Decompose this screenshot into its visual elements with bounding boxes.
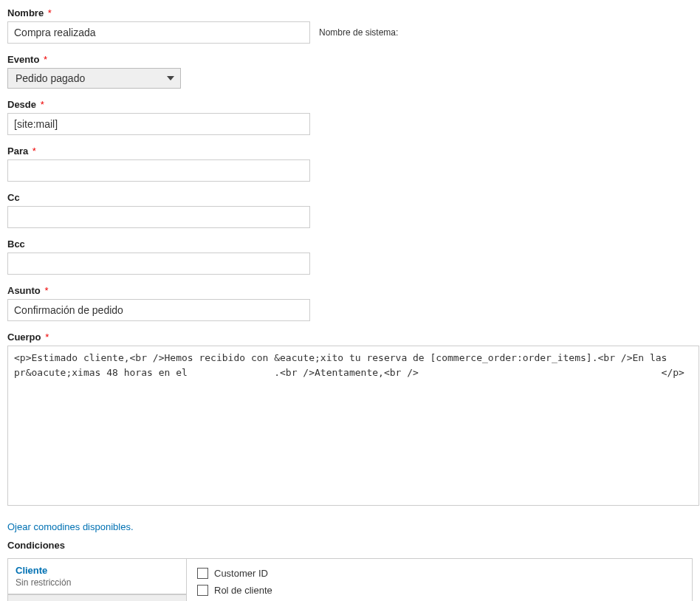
svg-marker-0 bbox=[167, 76, 174, 80]
condiciones-content: Customer ID Rol de cliente bbox=[187, 559, 692, 601]
customer-id-checkbox[interactable] bbox=[197, 568, 208, 579]
asunto-field: Asunto * bbox=[7, 285, 693, 321]
cuerpo-field: Cuerpo * bbox=[7, 332, 693, 508]
desde-field: Desde * bbox=[7, 99, 693, 135]
rol-cliente-label: Rol de cliente bbox=[214, 585, 272, 596]
tab-order[interactable]: Order bbox=[8, 594, 186, 601]
chevron-down-icon bbox=[167, 76, 174, 80]
required-marker: * bbox=[45, 332, 49, 343]
para-field: Para * bbox=[7, 145, 693, 182]
tab-cliente[interactable]: Cliente Sin restricción bbox=[8, 559, 186, 594]
nombre-field: Nombre * Nombre de sistema: bbox=[7, 7, 693, 44]
condiciones-heading: Condiciones bbox=[7, 540, 65, 551]
desde-label: Desde bbox=[7, 99, 36, 110]
para-input[interactable] bbox=[7, 159, 310, 182]
cc-input[interactable] bbox=[7, 206, 310, 228]
evento-label: Evento bbox=[7, 54, 39, 65]
evento-field: Evento * Pedido pagado bbox=[7, 54, 693, 89]
required-marker: * bbox=[48, 7, 52, 18]
bcc-label: Bcc bbox=[7, 238, 25, 250]
cc-field: Cc bbox=[7, 192, 693, 228]
bcc-field: Bcc bbox=[7, 238, 693, 275]
required-marker: * bbox=[44, 54, 47, 65]
condiciones-section: Condiciones Cliente Sin restricción Orde… bbox=[7, 540, 693, 601]
system-name-label: Nombre de sistema: bbox=[319, 27, 398, 38]
required-marker: * bbox=[44, 285, 48, 296]
para-label: Para bbox=[7, 145, 28, 157]
tab-cliente-title: Cliente bbox=[16, 565, 179, 576]
tab-cliente-sub: Sin restricción bbox=[16, 577, 179, 588]
cc-label: Cc bbox=[7, 192, 20, 203]
asunto-label: Asunto bbox=[7, 285, 41, 296]
customer-id-row: Customer ID bbox=[197, 568, 682, 579]
required-marker: * bbox=[41, 99, 44, 110]
bcc-input[interactable] bbox=[7, 253, 310, 275]
customer-id-label: Customer ID bbox=[214, 568, 268, 579]
tokens-link[interactable]: Ojear comodines disponibles. bbox=[7, 521, 134, 532]
condiciones-vertical-tabs: Cliente Sin restricción Order bbox=[8, 559, 187, 601]
evento-select[interactable]: Pedido pagado bbox=[7, 68, 181, 89]
condiciones-box: Cliente Sin restricción Order Customer I… bbox=[7, 558, 693, 601]
rol-cliente-checkbox[interactable] bbox=[197, 585, 208, 596]
cuerpo-textarea[interactable] bbox=[7, 346, 699, 506]
nombre-label: Nombre bbox=[7, 7, 44, 18]
asunto-input[interactable] bbox=[7, 299, 310, 321]
rol-cliente-row: Rol de cliente bbox=[197, 585, 682, 596]
evento-selected-value: Pedido pagado bbox=[16, 72, 85, 84]
cuerpo-label: Cuerpo bbox=[7, 332, 41, 343]
nombre-input[interactable] bbox=[7, 21, 310, 44]
desde-input[interactable] bbox=[7, 113, 310, 135]
required-marker: * bbox=[32, 145, 36, 157]
